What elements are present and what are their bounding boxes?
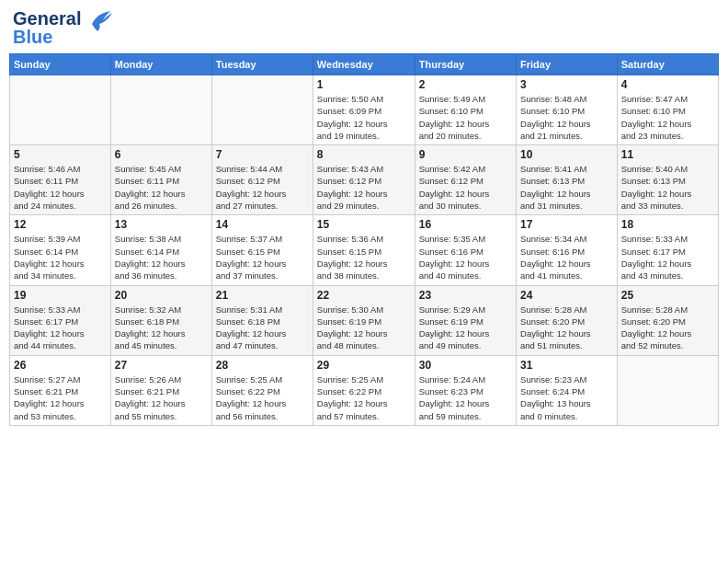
day-info: Sunrise: 5:33 AM Sunset: 6:17 PM Dayligh… [621,233,714,282]
day-number: 25 [621,289,714,302]
day-info: Sunrise: 5:37 AM Sunset: 6:15 PM Dayligh… [216,233,309,282]
calendar-empty-cell [211,75,313,145]
day-number: 29 [317,359,411,372]
calendar-day-10: 10Sunrise: 5:41 AM Sunset: 6:13 PM Dayli… [517,145,618,215]
calendar-day-25: 25Sunrise: 5:28 AM Sunset: 6:20 PM Dayli… [617,285,718,355]
day-info: Sunrise: 5:33 AM Sunset: 6:17 PM Dayligh… [14,304,107,352]
calendar-day-7: 7Sunrise: 5:44 AM Sunset: 6:12 PM Daylig… [211,145,313,215]
calendar-day-26: 26Sunrise: 5:27 AM Sunset: 6:21 PM Dayli… [10,355,111,425]
day-number: 22 [317,289,411,302]
day-number: 23 [419,289,512,302]
calendar-week-row: 1Sunrise: 5:50 AM Sunset: 6:09 PM Daylig… [10,75,719,145]
day-number: 16 [419,218,512,231]
day-number: 28 [216,359,309,372]
day-number: 27 [115,359,208,372]
day-info: Sunrise: 5:28 AM Sunset: 6:20 PM Dayligh… [520,304,613,352]
day-info: Sunrise: 5:27 AM Sunset: 6:21 PM Dayligh… [14,373,107,422]
calendar-day-18: 18Sunrise: 5:33 AM Sunset: 6:17 PM Dayli… [617,215,718,285]
page-header: General Blue [9,9,719,46]
calendar-day-15: 15Sunrise: 5:36 AM Sunset: 6:15 PM Dayli… [313,215,415,285]
calendar-header-row: SundayMondayTuesdayWednesdayThursdayFrid… [10,54,719,75]
day-number: 5 [14,148,107,161]
day-number: 3 [520,78,613,91]
calendar-empty-cell [110,75,211,145]
calendar-empty-cell [617,355,718,425]
calendar-day-23: 23Sunrise: 5:29 AM Sunset: 6:19 PM Dayli… [415,285,516,355]
day-info: Sunrise: 5:38 AM Sunset: 6:14 PM Dayligh… [115,233,208,282]
calendar-day-13: 13Sunrise: 5:38 AM Sunset: 6:14 PM Dayli… [110,215,211,285]
calendar-week-row: 26Sunrise: 5:27 AM Sunset: 6:21 PM Dayli… [10,355,719,425]
weekday-header-monday: Monday [110,54,211,75]
day-info: Sunrise: 5:32 AM Sunset: 6:18 PM Dayligh… [115,304,208,352]
day-number: 9 [419,148,512,161]
day-info: Sunrise: 5:35 AM Sunset: 6:16 PM Dayligh… [419,233,512,282]
calendar-table: SundayMondayTuesdayWednesdayThursdayFrid… [9,53,719,426]
day-number: 4 [621,78,714,91]
day-number: 17 [520,218,613,231]
day-number: 7 [216,148,309,161]
calendar-day-27: 27Sunrise: 5:26 AM Sunset: 6:21 PM Dayli… [110,355,211,425]
calendar-day-11: 11Sunrise: 5:40 AM Sunset: 6:13 PM Dayli… [617,145,718,215]
day-info: Sunrise: 5:29 AM Sunset: 6:19 PM Dayligh… [419,304,512,352]
day-number: 15 [317,218,411,231]
day-info: Sunrise: 5:24 AM Sunset: 6:23 PM Dayligh… [419,373,512,422]
day-number: 10 [520,148,613,161]
calendar-day-5: 5Sunrise: 5:46 AM Sunset: 6:11 PM Daylig… [10,145,111,215]
logo: General Blue [13,9,114,46]
day-info: Sunrise: 5:43 AM Sunset: 6:12 PM Dayligh… [317,163,411,212]
day-number: 1 [317,78,411,91]
day-number: 26 [14,359,107,372]
day-info: Sunrise: 5:31 AM Sunset: 6:18 PM Dayligh… [216,304,309,352]
day-info: Sunrise: 5:45 AM Sunset: 6:11 PM Dayligh… [115,163,208,212]
day-number: 8 [317,148,411,161]
calendar-day-16: 16Sunrise: 5:35 AM Sunset: 6:16 PM Dayli… [415,215,516,285]
day-info: Sunrise: 5:25 AM Sunset: 6:22 PM Dayligh… [317,373,411,422]
day-number: 20 [115,289,208,302]
calendar-week-row: 5Sunrise: 5:46 AM Sunset: 6:11 PM Daylig… [10,145,719,215]
day-number: 13 [115,218,208,231]
logo-bird-icon [85,6,114,41]
calendar-day-22: 22Sunrise: 5:30 AM Sunset: 6:19 PM Dayli… [313,285,415,355]
day-number: 30 [419,359,512,372]
day-number: 6 [115,148,208,161]
logo-general: General [13,8,81,29]
day-number: 24 [520,289,613,302]
weekday-header-tuesday: Tuesday [211,54,313,75]
calendar-day-20: 20Sunrise: 5:32 AM Sunset: 6:18 PM Dayli… [110,285,211,355]
weekday-header-sunday: Sunday [10,54,111,75]
day-info: Sunrise: 5:40 AM Sunset: 6:13 PM Dayligh… [621,163,714,212]
day-info: Sunrise: 5:41 AM Sunset: 6:13 PM Dayligh… [520,163,613,212]
calendar-day-12: 12Sunrise: 5:39 AM Sunset: 6:14 PM Dayli… [10,215,111,285]
calendar-day-3: 3Sunrise: 5:48 AM Sunset: 6:10 PM Daylig… [517,75,618,145]
calendar-day-28: 28Sunrise: 5:25 AM Sunset: 6:22 PM Dayli… [211,355,313,425]
day-info: Sunrise: 5:49 AM Sunset: 6:10 PM Dayligh… [419,93,512,142]
calendar-day-30: 30Sunrise: 5:24 AM Sunset: 6:23 PM Dayli… [415,355,516,425]
calendar-day-2: 2Sunrise: 5:49 AM Sunset: 6:10 PM Daylig… [415,75,516,145]
calendar-day-31: 31Sunrise: 5:23 AM Sunset: 6:24 PM Dayli… [517,355,618,425]
day-number: 14 [216,218,309,231]
calendar-day-14: 14Sunrise: 5:37 AM Sunset: 6:15 PM Dayli… [211,215,313,285]
day-number: 11 [621,148,714,161]
calendar-day-9: 9Sunrise: 5:42 AM Sunset: 6:12 PM Daylig… [415,145,516,215]
calendar-day-24: 24Sunrise: 5:28 AM Sunset: 6:20 PM Dayli… [517,285,618,355]
weekday-header-friday: Friday [517,54,618,75]
day-info: Sunrise: 5:44 AM Sunset: 6:12 PM Dayligh… [216,163,309,212]
calendar-day-1: 1Sunrise: 5:50 AM Sunset: 6:09 PM Daylig… [313,75,415,145]
day-info: Sunrise: 5:50 AM Sunset: 6:09 PM Dayligh… [317,93,411,142]
calendar-day-4: 4Sunrise: 5:47 AM Sunset: 6:10 PM Daylig… [617,75,718,145]
day-info: Sunrise: 5:28 AM Sunset: 6:20 PM Dayligh… [621,304,714,352]
day-info: Sunrise: 5:23 AM Sunset: 6:24 PM Dayligh… [520,373,613,422]
calendar-day-21: 21Sunrise: 5:31 AM Sunset: 6:18 PM Dayli… [211,285,313,355]
day-number: 2 [419,78,512,91]
day-info: Sunrise: 5:46 AM Sunset: 6:11 PM Dayligh… [14,163,107,212]
calendar-empty-cell [10,75,111,145]
calendar-day-17: 17Sunrise: 5:34 AM Sunset: 6:16 PM Dayli… [517,215,618,285]
calendar-week-row: 19Sunrise: 5:33 AM Sunset: 6:17 PM Dayli… [10,285,719,355]
day-info: Sunrise: 5:26 AM Sunset: 6:21 PM Dayligh… [115,373,208,422]
weekday-header-wednesday: Wednesday [313,54,415,75]
weekday-header-saturday: Saturday [617,54,718,75]
day-info: Sunrise: 5:36 AM Sunset: 6:15 PM Dayligh… [317,233,411,282]
logo-blue: Blue [13,27,52,47]
day-number: 19 [14,289,107,302]
weekday-header-thursday: Thursday [415,54,516,75]
